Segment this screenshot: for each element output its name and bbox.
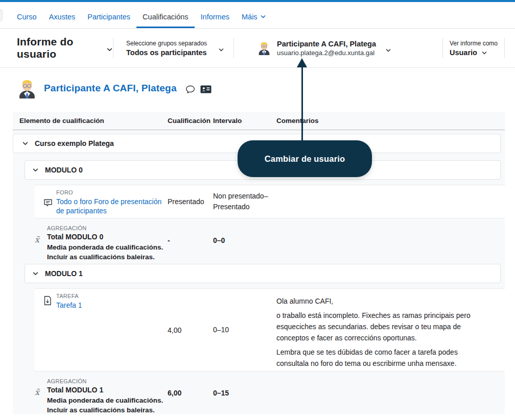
collapse-chevron-icon[interactable] — [22, 140, 29, 147]
report-title: Informe do usuario — [17, 36, 102, 60]
feedback-paragraph: Ola alumno CAFI, — [276, 295, 481, 307]
feedback-paragraph: o traballo está incompleto. Fixeches as … — [276, 310, 481, 343]
item-type-label: FORO — [56, 189, 168, 195]
category-label: MODULO 0 — [45, 166, 83, 174]
tab-mais-label: Máis — [242, 13, 258, 21]
aggregation-note: Incluír as cualificacións baleiras. — [47, 253, 168, 262]
grade-range: 0–15 — [213, 389, 276, 397]
aggregation-method: Media ponderada de cualificacións. — [47, 243, 168, 252]
course-tabs: Curso Axustes Participantes Cualificació… — [0, 2, 515, 29]
tour-tooltip-label: Cambiar de usuario — [265, 154, 345, 164]
chevron-down-icon — [481, 50, 487, 56]
grade-value: Presentado — [168, 197, 213, 206]
user-selector-name: Participante A CAFI, Platega — [277, 40, 376, 48]
item-type-label: TAREFA — [56, 293, 168, 299]
grade-item-link[interactable]: Tarefa 1 — [56, 301, 82, 310]
grade-item-link[interactable]: Todo o foro Foro de presentación de part… — [56, 197, 168, 215]
avatar — [17, 78, 37, 98]
divider — [233, 38, 234, 58]
group-selector-label: Seleccione grupos separados — [126, 40, 207, 47]
assignment-icon — [43, 295, 52, 306]
tab-cualificacions[interactable]: Cualificacións — [136, 5, 194, 28]
tour-tooltip: Cambiar de usuario — [238, 140, 372, 177]
user-selector[interactable]: Participante A CAFI, Platega usuario.pla… — [257, 40, 391, 57]
group-selector-value: Todos os participantes — [126, 48, 207, 57]
divider — [442, 38, 443, 58]
column-header-range: Intervalo — [213, 117, 276, 125]
grade-range: Non presentado–Presentado — [213, 191, 276, 212]
aggregation-type-label: AGREGACIÓN — [47, 225, 168, 231]
course-index-drawer-handle[interactable] — [0, 9, 3, 21]
aggregation-method: Media ponderada de cualificacións. — [47, 396, 168, 405]
chevron-down-icon — [106, 46, 113, 53]
grade-item-row: FORO Todo o foro Foro de presentación de… — [35, 185, 505, 218]
column-header-item: Elemento de cualificación — [13, 117, 168, 125]
collapse-chevron-icon[interactable] — [32, 270, 39, 277]
forum-icon — [43, 197, 53, 208]
divider — [504, 38, 505, 58]
divider — [113, 38, 113, 58]
grade-range: 0–0 — [213, 236, 276, 244]
mean-xbar-icon: x̄ — [35, 387, 39, 397]
grader-toolbar: Informe do usuario Seleccione grupos sep… — [0, 29, 515, 68]
view-report-as-selector[interactable]: Ver informe como Usuario — [450, 40, 498, 57]
tab-curso[interactable]: Curso — [11, 5, 43, 28]
aggregation-type-label: AGREGACIÓN — [47, 378, 168, 384]
tab-informes[interactable]: Informes — [195, 5, 236, 28]
chevron-down-icon — [218, 47, 224, 53]
view-as-label: Ver informe como — [450, 40, 498, 47]
tour-arrow-icon — [297, 58, 307, 67]
category-label: Curso exemplo Platega — [35, 139, 114, 147]
grade-value: 6,00 — [168, 389, 213, 397]
feedback-paragraph: Lembra que se tes dúbidas de como facer … — [276, 347, 481, 369]
report-type-selector[interactable]: Informe do usuario — [17, 36, 113, 60]
column-header-feedback: Comentarios — [276, 117, 505, 125]
grade-range: 0–10 — [213, 325, 276, 335]
aggregation-row: x̄ AGREGACIÓN Total MODULO 0 Media ponde… — [13, 218, 505, 262]
aggregation-title: Total MODULO 0 — [47, 233, 168, 242]
category-label: MODULO 1 — [45, 269, 83, 278]
aggregation-title: Total MODULO 1 — [47, 386, 168, 395]
grade-value: 4,00 — [168, 326, 213, 334]
tab-mais[interactable]: Máis — [236, 5, 272, 28]
column-header-grade: Cualificación — [168, 117, 213, 125]
view-as-value: Usuario — [450, 48, 477, 57]
tab-participantes[interactable]: Participantes — [81, 5, 136, 28]
user-selector-email: usuario.platega.2@edu.xunta.gal — [277, 49, 376, 57]
group-selector[interactable]: Seleccione grupos separados Todos os par… — [126, 40, 224, 57]
chevron-down-icon — [260, 14, 266, 20]
collapse-chevron-icon[interactable] — [32, 167, 39, 174]
page-title: Participante A CAFI, Platega — [44, 83, 177, 94]
avatar — [257, 41, 271, 55]
table-header-row: Elemento de cualificación Cualificación … — [13, 112, 505, 130]
tour-pointer-line — [301, 67, 303, 141]
chevron-down-icon — [385, 47, 391, 54]
aggregation-note: Incluír as cualificacións baleiras. — [47, 406, 168, 415]
grade-value: - — [168, 236, 213, 244]
mean-xbar-icon: x̄ — [35, 235, 39, 244]
feedback-text: Ola alumno CAFI, o traballo está incompl… — [276, 289, 505, 371]
message-icon[interactable] — [185, 84, 196, 94]
user-heading: Participante A CAFI, Platega — [0, 68, 515, 112]
grade-category-row: MODULO 1 — [25, 264, 501, 283]
contact-card-icon[interactable] — [200, 85, 212, 94]
grade-item-row: TAREFA Tarefa 1 4,00 0–10 Ola alumno CAF… — [35, 288, 505, 372]
aggregation-row: x̄ AGREGACIÓN Total MODULO 1 Media ponde… — [13, 372, 505, 414]
tab-axustes[interactable]: Axustes — [43, 5, 82, 28]
